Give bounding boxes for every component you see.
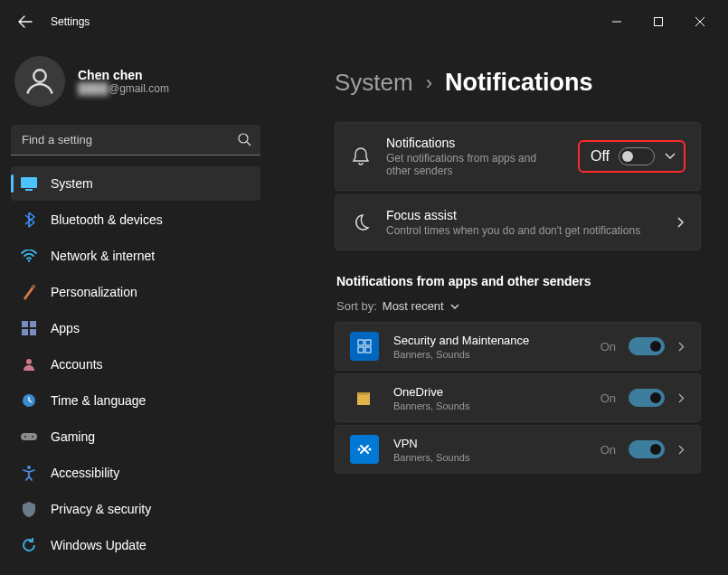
clock-icon	[20, 391, 38, 410]
nav-label: Accessibility	[51, 466, 119, 480]
svg-rect-8	[30, 321, 36, 327]
back-button[interactable]	[7, 4, 43, 40]
card-title: Notifications	[386, 136, 563, 150]
chevron-right-button[interactable]	[676, 216, 685, 229]
breadcrumb-parent[interactable]: System	[335, 69, 413, 97]
chevron-right-button[interactable]	[677, 392, 685, 404]
nav-item-accounts[interactable]: Accounts	[11, 347, 260, 382]
nav-item-bluetooth[interactable]: Bluetooth & devices	[11, 203, 260, 237]
svg-rect-20	[365, 347, 371, 353]
nav-label: System	[51, 176, 93, 191]
app-name: VPN	[393, 437, 586, 450]
shield-icon	[20, 500, 38, 518]
app-sub: Banners, Sounds	[393, 401, 586, 411]
svg-rect-10	[30, 329, 36, 335]
minimize-icon	[612, 17, 621, 26]
app-notification-row[interactable]: Security and Maintenance Banners, Sounds…	[335, 322, 701, 371]
svg-point-11	[26, 359, 32, 364]
apps-icon	[20, 319, 38, 337]
sort-row: Sort by: Most recent	[336, 299, 701, 313]
title-bar: Settings	[0, 0, 728, 43]
nav-item-personalization[interactable]: Personalization	[11, 275, 260, 309]
nav-label: Windows Update	[51, 538, 147, 552]
toggle-label: Off	[591, 148, 610, 165]
svg-point-22	[369, 448, 372, 451]
svg-rect-0	[655, 18, 663, 26]
vpn-icon	[350, 435, 379, 464]
svg-point-5	[28, 259, 30, 261]
maximize-icon	[654, 17, 663, 26]
toggle-label: On	[600, 443, 616, 457]
svg-point-1	[33, 70, 46, 82]
close-icon	[695, 17, 704, 26]
gaming-icon	[20, 428, 38, 446]
expand-button[interactable]	[664, 152, 676, 161]
search-input[interactable]	[11, 125, 260, 156]
chevron-right-icon	[677, 444, 685, 456]
svg-rect-9	[22, 329, 28, 335]
nav-item-apps[interactable]: Apps	[11, 311, 260, 345]
nav-label: Accounts	[51, 357, 103, 372]
svg-point-21	[358, 448, 361, 451]
sidebar: Chen chen ████@gmail.com System Bluetoot…	[0, 43, 271, 575]
nav-label: Gaming	[51, 429, 95, 444]
search-box[interactable]	[11, 125, 260, 156]
notifications-card[interactable]: Notifications Get notifications from app…	[335, 122, 701, 191]
toggle-label: On	[600, 340, 616, 353]
onedrive-icon	[350, 383, 379, 412]
app-toggle[interactable]	[629, 337, 665, 355]
nav-item-privacy[interactable]: Privacy & security	[11, 492, 260, 526]
nav-label: Bluetooth & devices	[51, 212, 163, 227]
nav-item-time[interactable]: Time & language	[11, 383, 260, 418]
moon-icon	[350, 213, 372, 231]
app-notification-row[interactable]: VPN Banners, Sounds On	[335, 425, 701, 474]
nav-item-accessibility[interactable]: Accessibility	[11, 456, 260, 490]
chevron-right-button[interactable]	[677, 341, 685, 353]
breadcrumb: System › Notifications	[335, 69, 701, 97]
nav-item-update[interactable]: Windows Update	[11, 528, 260, 562]
minimize-button[interactable]	[596, 7, 638, 36]
maximize-button[interactable]	[638, 7, 679, 36]
nav-item-system[interactable]: System	[11, 166, 260, 201]
notifications-toggle[interactable]	[619, 147, 655, 165]
app-name: Security and Maintenance	[393, 334, 586, 347]
chevron-right-icon	[677, 392, 685, 404]
nav-label: Personalization	[51, 285, 137, 299]
nav-item-gaming[interactable]: Gaming	[11, 419, 260, 454]
app-toggle[interactable]	[629, 440, 665, 458]
nav-item-network[interactable]: Network & internet	[11, 239, 260, 273]
profile[interactable]: Chen chen ████@gmail.com	[11, 51, 260, 119]
sort-label: Sort by:	[336, 299, 377, 313]
svg-rect-13	[21, 433, 37, 440]
profile-email: ████@gmail.com	[78, 82, 169, 95]
svg-rect-3	[21, 177, 37, 188]
app-name: OneDrive	[393, 385, 586, 399]
svg-rect-18	[365, 340, 371, 345]
card-title: Focus assist	[386, 208, 662, 222]
app-notification-row[interactable]: OneDrive Banners, Sounds On	[335, 373, 701, 422]
svg-point-16	[27, 466, 31, 469]
sort-dropdown[interactable]: Most recent	[383, 299, 460, 313]
person-icon	[24, 65, 56, 98]
page-title: Notifications	[445, 69, 593, 97]
toggle-label: On	[600, 391, 616, 405]
svg-point-15	[32, 436, 33, 438]
chevron-right-button[interactable]	[677, 444, 685, 456]
app-sub: Banners, Sounds	[393, 349, 586, 360]
svg-point-2	[239, 134, 248, 143]
app-toggle[interactable]	[629, 389, 665, 407]
focus-assist-card[interactable]: Focus assist Control times when you do a…	[335, 194, 701, 250]
svg-rect-17	[358, 340, 364, 345]
close-button[interactable]	[679, 7, 721, 36]
app-sub: Banners, Sounds	[393, 452, 586, 463]
card-subtitle: Control times when you do and don't get …	[386, 224, 662, 237]
arrow-left-icon	[18, 14, 33, 29]
section-heading: Notifications from apps and other sender…	[336, 274, 701, 288]
svg-point-14	[24, 436, 26, 438]
svg-rect-19	[358, 347, 364, 353]
nav-label: Privacy & security	[51, 502, 151, 516]
nav-label: Time & language	[51, 393, 146, 408]
window-controls	[596, 7, 721, 36]
chevron-right-icon	[677, 341, 685, 353]
bluetooth-icon	[20, 211, 38, 229]
